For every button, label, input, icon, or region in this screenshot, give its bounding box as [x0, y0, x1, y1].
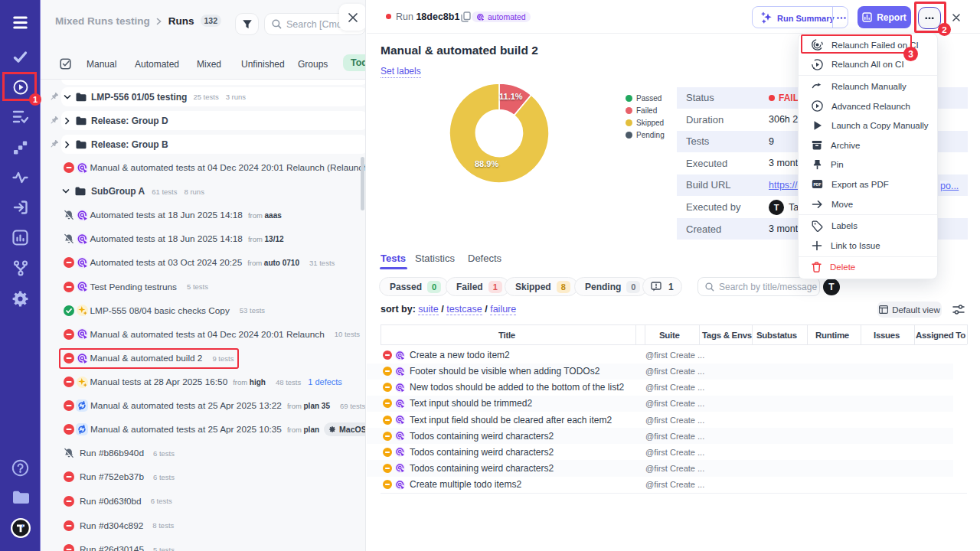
svg-text:PDF: PDF: [814, 182, 822, 187]
